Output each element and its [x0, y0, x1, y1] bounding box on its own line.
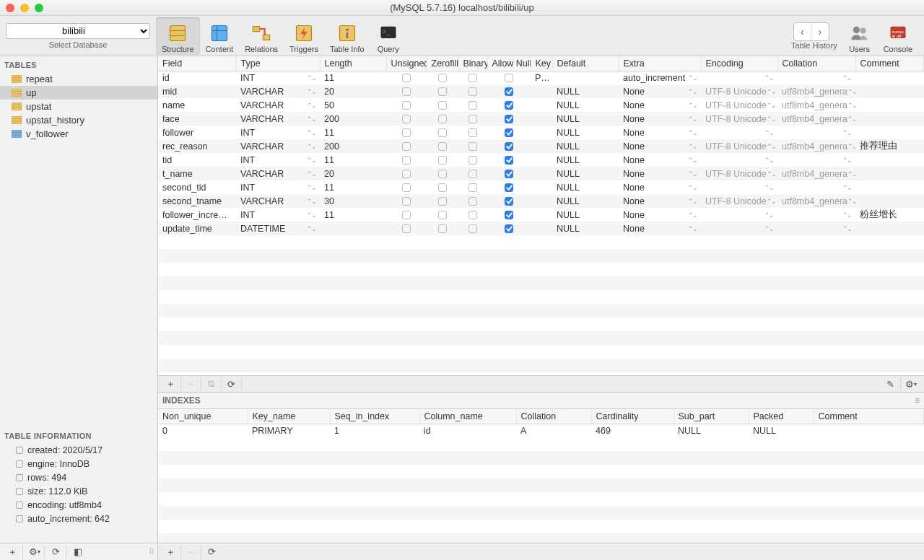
- stepper-icon[interactable]: ⌃⌄: [688, 88, 697, 95]
- checkbox[interactable]: [468, 74, 477, 82]
- checkbox[interactable]: [468, 183, 477, 192]
- checkbox[interactable]: [468, 170, 477, 178]
- stepper-icon[interactable]: ⌃⌄: [688, 115, 697, 123]
- history-back-button[interactable]: ‹: [794, 23, 811, 40]
- checkbox[interactable]: [402, 115, 411, 123]
- column-row[interactable]: update_timeDATETIME⌃⌄NULLNone⌃⌄⌃⌄⌃⌄: [158, 222, 924, 235]
- close-window-button[interactable]: [6, 4, 14, 12]
- checkbox[interactable]: [438, 211, 447, 219]
- idx-header-cardinality[interactable]: Cardinality: [591, 409, 674, 424]
- table-item-v_follower[interactable]: v_follower: [0, 127, 157, 141]
- stepper-icon[interactable]: ⌃⌄: [688, 225, 697, 232]
- minimize-window-button[interactable]: [20, 4, 29, 12]
- table-item-upstat_history[interactable]: upstat_history: [0, 113, 157, 127]
- col-header-field[interactable]: Field: [158, 56, 236, 71]
- checkbox[interactable]: [402, 156, 411, 165]
- stepper-icon[interactable]: ⌃⌄: [688, 143, 697, 150]
- table-item-up[interactable]: up: [0, 86, 157, 100]
- stepper-icon[interactable]: ⌃⌄: [847, 198, 855, 205]
- stepper-icon[interactable]: ⌃⌄: [688, 198, 697, 205]
- checkbox[interactable]: [468, 197, 477, 206]
- col-header-extra[interactable]: Extra: [619, 56, 701, 71]
- stepper-icon[interactable]: ⌃⌄: [764, 211, 773, 219]
- col-header-collation[interactable]: Collation: [777, 56, 855, 71]
- stepper-icon[interactable]: ⌃⌄: [847, 88, 855, 95]
- checkbox[interactable]: [438, 74, 447, 82]
- stepper-icon[interactable]: ⌃⌄: [688, 129, 697, 136]
- stepper-icon[interactable]: ⌃⌄: [847, 170, 855, 178]
- stepper-icon[interactable]: ⌃⌄: [307, 115, 315, 123]
- history-forward-button[interactable]: ›: [811, 23, 829, 40]
- indexes-grid[interactable]: Non_unique Key_name Seq_in_index Column_…: [158, 409, 924, 437]
- checkbox[interactable]: [402, 197, 411, 206]
- checkbox[interactable]: [505, 156, 513, 165]
- resize-grip-icon[interactable]: ⠿: [149, 547, 154, 556]
- checkbox[interactable]: [505, 224, 513, 233]
- checkbox[interactable]: [438, 128, 447, 137]
- checkbox[interactable]: [402, 128, 411, 137]
- stepper-icon[interactable]: ⌃⌄: [307, 88, 315, 95]
- tab-triggers[interactable]: Triggers: [284, 17, 324, 55]
- checkbox[interactable]: [505, 197, 513, 206]
- checkbox[interactable]: [438, 142, 447, 151]
- col-header-type[interactable]: Type: [236, 56, 320, 71]
- idx-header-seq[interactable]: Seq_in_index: [330, 409, 419, 424]
- column-row[interactable]: midVARCHAR⌃⌄20NULLNone⌃⌄UTF-8 Unicode⌃⌄u…: [158, 84, 924, 98]
- idx-header-nonunique[interactable]: Non_unique: [158, 409, 248, 424]
- col-header-default[interactable]: Default: [552, 56, 619, 71]
- column-row[interactable]: t_nameVARCHAR⌃⌄20NULLNone⌃⌄UTF-8 Unicode…: [158, 167, 924, 180]
- add-table-button[interactable]: ＋: [3, 545, 23, 559]
- checkbox[interactable]: [505, 170, 513, 178]
- col-header-comment[interactable]: Comment: [855, 56, 924, 71]
- table-item-repeat[interactable]: repeat: [0, 72, 157, 86]
- stepper-icon[interactable]: ⌃⌄: [688, 74, 697, 82]
- refresh-columns-button[interactable]: ⟳: [222, 377, 242, 391]
- add-index-button[interactable]: ＋: [161, 545, 181, 559]
- add-column-button[interactable]: ＋: [161, 377, 181, 391]
- column-row[interactable]: idINT⌃⌄11PRIauto_increment⌃⌄⌃⌄⌃⌄: [158, 71, 924, 84]
- stepper-icon[interactable]: ⌃⌄: [767, 88, 775, 95]
- checkbox[interactable]: [402, 101, 411, 110]
- checkbox[interactable]: [468, 142, 477, 151]
- checkbox[interactable]: [402, 87, 411, 96]
- stepper-icon[interactable]: ⌃⌄: [688, 211, 697, 219]
- stepper-icon[interactable]: ⌃⌄: [767, 143, 775, 150]
- remove-index-button[interactable]: －: [181, 545, 201, 559]
- stepper-icon[interactable]: ⌃⌄: [307, 198, 315, 205]
- checkbox[interactable]: [402, 74, 411, 82]
- stepper-icon[interactable]: ⌃⌄: [842, 157, 851, 164]
- stepper-icon[interactable]: ⌃⌄: [842, 211, 851, 219]
- stepper-icon[interactable]: ⌃⌄: [307, 143, 315, 150]
- tab-table-info[interactable]: Table Info: [324, 17, 370, 55]
- column-row[interactable]: faceVARCHAR⌃⌄200NULLNone⌃⌄UTF-8 Unicode⌃…: [158, 112, 924, 126]
- users-button[interactable]: Users: [842, 17, 878, 55]
- stepper-icon[interactable]: ⌃⌄: [842, 74, 851, 82]
- column-row[interactable]: second_tnameVARCHAR⌃⌄30NULLNone⌃⌄UTF-8 U…: [158, 194, 924, 208]
- stepper-icon[interactable]: ⌃⌄: [307, 102, 315, 109]
- columns-grid[interactable]: Field Type Length Unsigned Zerofill Bina…: [158, 56, 924, 235]
- stepper-icon[interactable]: ⌃⌄: [847, 102, 855, 109]
- col-header-allow-null[interactable]: Allow Null: [487, 56, 531, 71]
- column-row[interactable]: nameVARCHAR⌃⌄50NULLNone⌃⌄UTF-8 Unicode⌃⌄…: [158, 98, 924, 112]
- stepper-icon[interactable]: ⌃⌄: [764, 225, 773, 232]
- stepper-icon[interactable]: ⌃⌄: [307, 129, 315, 136]
- checkbox[interactable]: [505, 142, 513, 151]
- maximize-window-button[interactable]: [35, 4, 43, 12]
- col-header-encoding[interactable]: Encoding: [701, 56, 777, 71]
- index-row[interactable]: 0PRIMARY1idA469NULLNULL: [158, 424, 924, 437]
- stepper-icon[interactable]: ⌃⌄: [764, 74, 773, 82]
- col-header-zerofill[interactable]: Zerofill: [427, 56, 458, 71]
- stepper-icon[interactable]: ⌃⌄: [307, 225, 315, 232]
- checkbox[interactable]: [402, 183, 411, 192]
- sidebar-collapse-button[interactable]: ◧: [68, 545, 88, 559]
- checkbox[interactable]: [438, 224, 447, 233]
- tab-relations[interactable]: Relations: [239, 17, 284, 55]
- duplicate-column-button[interactable]: ⧉: [201, 377, 222, 391]
- stepper-icon[interactable]: ⌃⌄: [767, 102, 775, 109]
- stepper-icon[interactable]: ⌃⌄: [764, 129, 773, 136]
- checkbox[interactable]: [505, 87, 513, 96]
- column-row[interactable]: second_tidINT⌃⌄11NULLNone⌃⌄⌃⌄⌃⌄: [158, 180, 924, 194]
- checkbox[interactable]: [505, 211, 513, 219]
- stepper-icon[interactable]: ⌃⌄: [847, 115, 855, 123]
- console-button[interactable]: console off Console: [878, 17, 918, 55]
